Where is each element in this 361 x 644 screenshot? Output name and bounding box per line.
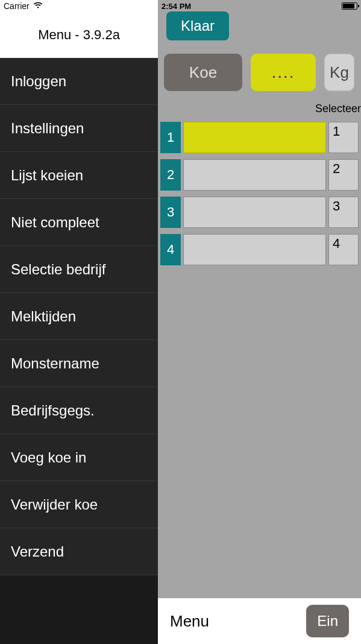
table-row[interactable]: 4 4 — [158, 234, 361, 265]
sidebar-item-monstername[interactable]: Monstername — [0, 340, 158, 387]
sidebar-item-label: Lijst koeien — [11, 167, 83, 184]
selecteer-label: Selecteer — [315, 103, 361, 115]
row-field-right[interactable]: 2 — [328, 159, 359, 191]
klaar-button[interactable]: Klaar — [166, 11, 229, 40]
sidebar-item-label: Verwijder koe — [11, 496, 98, 513]
sidebar-item-label: Selectie bedrijf — [11, 261, 105, 278]
sidebar-item-label: Monstername — [11, 355, 99, 372]
wifi-icon — [33, 1, 43, 11]
sidebar-item-label: Niet compleet — [11, 214, 99, 231]
row-field-mid[interactable] — [183, 122, 326, 153]
row-field-right[interactable]: 1 — [328, 122, 359, 153]
header-kg-button[interactable]: Kg — [324, 54, 354, 91]
sidebar-item-voeg-koe-in[interactable]: Voeg koe in — [0, 434, 158, 481]
row-number: 3 — [160, 197, 181, 228]
sidebar-item-label: Inloggen — [11, 73, 66, 90]
bottom-bar: Menu Ein — [158, 598, 361, 644]
header-dots-button[interactable]: .... — [251, 54, 316, 91]
ein-button[interactable]: Ein — [306, 605, 349, 637]
carrier-label: Carrier — [4, 1, 30, 11]
sidebar-item-verwijder-koe[interactable]: Verwijder koe — [0, 481, 158, 528]
sidebar-title: Menu - 3.9.2a — [0, 12, 158, 58]
sidebar-item-label: Melktijden — [11, 308, 76, 325]
menu-list: Inloggen Instellingen Lijst koeien Niet … — [0, 58, 158, 644]
sidebar-item-label: Instellingen — [11, 120, 84, 137]
row-field-right[interactable]: 4 — [328, 234, 359, 265]
sidebar-item-label: Bedrijfsgegs. — [11, 402, 95, 419]
row-field-right[interactable]: 3 — [328, 197, 359, 228]
column-headers: Koe .... Kg — [158, 51, 361, 93]
table-row[interactable]: 2 2 — [158, 159, 361, 191]
sidebar-header: Carrier Menu - 3.9.2a — [0, 0, 158, 58]
sidebar: Carrier Menu - 3.9.2a Inloggen Instellin… — [0, 0, 158, 644]
row-number: 2 — [160, 159, 181, 191]
sidebar-item-label: Voeg koe in — [11, 449, 86, 466]
sidebar-item-bedrijfsgegs[interactable]: Bedrijfsgegs. — [0, 387, 158, 434]
sidebar-item-inloggen[interactable]: Inloggen — [0, 58, 158, 105]
table-row[interactable]: 1 1 — [158, 122, 361, 153]
sidebar-item-selectie-bedrijf[interactable]: Selectie bedrijf — [0, 246, 158, 293]
sidebar-item-melktijden[interactable]: Melktijden — [0, 293, 158, 340]
sidebar-item-label: Verzend — [11, 543, 64, 560]
status-bar-left: Carrier — [0, 0, 158, 12]
sidebar-item-verzend[interactable]: Verzend — [0, 528, 158, 575]
sidebar-item-instellingen[interactable]: Instellingen — [0, 105, 158, 152]
sidebar-item-niet-compleet[interactable]: Niet compleet — [0, 199, 158, 246]
row-field-mid[interactable] — [183, 197, 326, 228]
header-koe-button[interactable]: Koe — [164, 54, 242, 91]
row-number: 1 — [160, 122, 181, 153]
menu-button[interactable]: Menu — [170, 612, 209, 631]
top-bar: Klaar — [158, 0, 361, 45]
row-field-mid[interactable] — [183, 159, 326, 191]
sidebar-item-lijst-koeien[interactable]: Lijst koeien — [0, 152, 158, 199]
row-field-mid[interactable] — [183, 234, 326, 265]
row-number: 4 — [160, 234, 181, 265]
table-row[interactable]: 3 3 — [158, 197, 361, 228]
data-rows: 1 1 2 2 3 3 4 4 — [158, 122, 361, 271]
